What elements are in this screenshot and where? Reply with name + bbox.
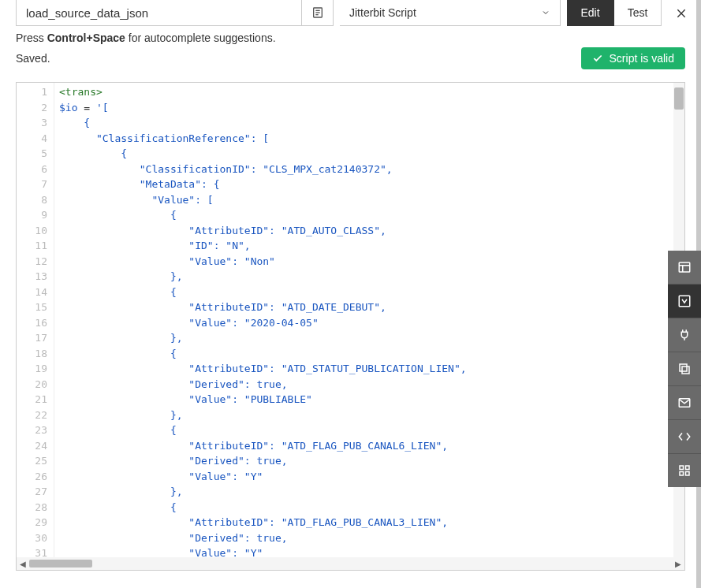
- panel-plugins-button[interactable]: [668, 318, 701, 352]
- line-number: 24: [17, 438, 54, 454]
- code-line[interactable]: },: [59, 408, 673, 423]
- tab-test[interactable]: Test: [614, 0, 662, 26]
- code-line[interactable]: "AttributeID": "ATD_AUTO_CLASS",: [59, 223, 673, 239]
- script-name-input[interactable]: [16, 0, 302, 26]
- horizontal-scroll-track[interactable]: [29, 559, 672, 568]
- line-number: 17: [17, 330, 54, 346]
- chevron-down-icon: [541, 8, 550, 17]
- code-line[interactable]: "Derived": true,: [59, 453, 673, 469]
- code-icon: [677, 430, 692, 444]
- line-number: 28: [17, 500, 54, 515]
- line-number: 30: [17, 530, 54, 546]
- editor-horizontal-scrollbar[interactable]: ◀ ▶: [17, 557, 684, 570]
- code-line[interactable]: {: [59, 146, 673, 162]
- line-number: 29: [17, 515, 54, 530]
- mode-tabs: Edit Test: [567, 0, 662, 26]
- panel-variables-button[interactable]: [668, 285, 701, 318]
- line-number: 7: [17, 177, 54, 192]
- tab-edit[interactable]: Edit: [567, 0, 614, 26]
- line-number: 14: [17, 285, 54, 300]
- code-line[interactable]: {: [59, 346, 673, 362]
- code-line[interactable]: "Value": "Non": [59, 254, 673, 270]
- line-number: 31: [17, 545, 54, 557]
- vertical-scroll-thumb[interactable]: [674, 87, 684, 110]
- svg-rect-14: [686, 466, 690, 470]
- code-line[interactable]: {: [59, 422, 673, 438]
- code-line[interactable]: "AttributeID": "ATD_STATUT_PUBLICATION_L…: [59, 361, 673, 377]
- code-line[interactable]: "Derived": true,: [59, 530, 673, 546]
- hint-key: Control+Space: [47, 32, 125, 44]
- panel-scripts-button[interactable]: [668, 420, 701, 453]
- line-number: 18: [17, 346, 54, 362]
- code-line[interactable]: "ID": "N",: [59, 238, 673, 254]
- line-number: 20: [17, 377, 54, 393]
- code-line[interactable]: {: [59, 207, 673, 223]
- code-line[interactable]: "MetaData": {: [59, 177, 673, 192]
- svg-rect-11: [682, 367, 689, 374]
- code-area[interactable]: <trans>$io = '[ { "ClassificationReferen…: [54, 83, 673, 557]
- code-line[interactable]: <trans>: [59, 84, 673, 100]
- editor-toolbar: Jitterbit Script Edit Test: [0, 0, 701, 27]
- language-select[interactable]: Jitterbit Script: [340, 0, 561, 26]
- panel-operations-button[interactable]: [668, 352, 701, 385]
- line-number: 25: [17, 453, 54, 469]
- line-number: 22: [17, 408, 54, 423]
- status-row: Saved. Script is valid: [0, 46, 701, 76]
- language-select-value: Jitterbit Script: [349, 6, 416, 19]
- line-number: 13: [17, 269, 54, 285]
- code-line[interactable]: "Value": "2020-04-05": [59, 315, 673, 331]
- line-number: 8: [17, 192, 54, 208]
- line-number: 6: [17, 162, 54, 177]
- code-line[interactable]: "AttributeID": "ATD_FLAG_PUB_CANAL3_LIEN…: [59, 515, 673, 530]
- code-line[interactable]: {: [59, 500, 673, 515]
- line-number: 16: [17, 315, 54, 331]
- line-number: 10: [17, 223, 54, 239]
- right-tool-rail: [668, 251, 701, 487]
- svg-rect-9: [679, 296, 690, 307]
- svg-rect-15: [680, 472, 684, 476]
- line-number: 21: [17, 392, 54, 408]
- svg-rect-16: [686, 472, 690, 476]
- code-line[interactable]: "Value": [: [59, 192, 673, 208]
- panel-variables-icon: [677, 294, 692, 308]
- close-icon: [675, 7, 688, 20]
- line-number: 1: [17, 84, 54, 100]
- code-line[interactable]: $io = '[: [59, 100, 673, 116]
- line-number: 3: [17, 115, 54, 131]
- plug-icon: [677, 328, 692, 342]
- scroll-left-arrow[interactable]: ◀: [17, 560, 29, 568]
- code-line[interactable]: "ClassificationReference": [: [59, 131, 673, 147]
- line-number: 2: [17, 100, 54, 116]
- note-icon: [311, 6, 324, 19]
- code-line[interactable]: {: [59, 285, 673, 300]
- code-editor: 1234567891011121314151617181920212223242…: [16, 82, 685, 571]
- line-number: 23: [17, 422, 54, 438]
- code-line[interactable]: "Derived": true,: [59, 377, 673, 393]
- horizontal-scroll-thumb[interactable]: [29, 560, 92, 568]
- close-button[interactable]: [662, 0, 701, 26]
- check-icon: [592, 53, 603, 64]
- code-line[interactable]: "Value": "PUBLIABLE": [59, 392, 673, 408]
- code-line[interactable]: {: [59, 115, 673, 131]
- script-valid-badge: Script is valid: [581, 47, 685, 69]
- line-number: 15: [17, 300, 54, 315]
- code-line[interactable]: "ClassificationID": "CLS_MPX_cat2140372"…: [59, 162, 673, 177]
- panel-apps-button[interactable]: [668, 454, 701, 487]
- line-number: 4: [17, 131, 54, 147]
- line-number: 9: [17, 207, 54, 223]
- grid-icon: [677, 463, 692, 478]
- panel-email-button[interactable]: [668, 386, 701, 419]
- code-line[interactable]: "Value": "Y": [59, 545, 673, 557]
- svg-rect-6: [679, 262, 690, 272]
- code-line[interactable]: "AttributeID": "ATD_FLAG_PUB_CANAL6_LIEN…: [59, 438, 673, 454]
- code-line[interactable]: "Value": "Y": [59, 469, 673, 485]
- line-number: 27: [17, 484, 54, 500]
- scroll-right-arrow[interactable]: ▶: [672, 560, 684, 568]
- line-number: 19: [17, 361, 54, 377]
- code-line[interactable]: "AttributeID": "ATD_DATE_DEBUT",: [59, 300, 673, 315]
- notes-button[interactable]: [302, 0, 334, 26]
- code-line[interactable]: },: [59, 269, 673, 285]
- code-line[interactable]: },: [59, 484, 673, 500]
- code-line[interactable]: },: [59, 330, 673, 346]
- panel-data-button[interactable]: [668, 251, 701, 284]
